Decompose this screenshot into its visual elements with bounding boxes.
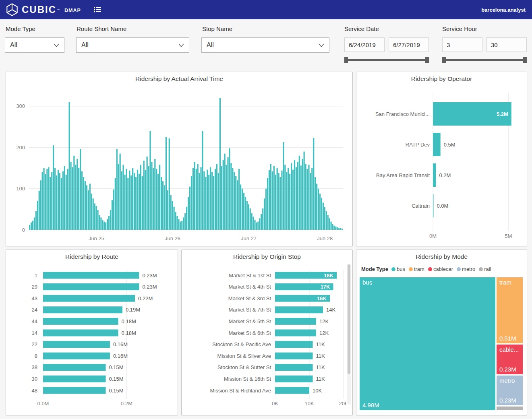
legend-dot <box>479 267 483 271</box>
svg-text:0.18M: 0.18M <box>122 318 136 324</box>
svg-text:43: 43 <box>32 295 37 301</box>
svg-text:30: 30 <box>32 376 37 382</box>
svg-text:5M: 5M <box>505 233 512 239</box>
legend-item-bus[interactable]: bus <box>391 266 405 272</box>
svg-text:0.2M: 0.2M <box>439 172 451 178</box>
service-hour-from-input[interactable] <box>442 37 482 52</box>
svg-text:29: 29 <box>32 284 37 290</box>
legend-item-rail[interactable]: rail <box>479 266 491 272</box>
origin-stop-chart[interactable]: 0K10K20KMarket St & 1st St18KMarket St &… <box>183 262 346 412</box>
card-ridership-by-mode: Ridership by Mode Mode Typebustramcablec… <box>356 250 527 415</box>
svg-text:12K: 12K <box>319 330 329 336</box>
svg-text:Mission St & 16th St: Mission St & 16th St <box>224 376 271 382</box>
svg-text:San Francisco Munici...: San Francisco Munici... <box>375 111 430 117</box>
legend-dot <box>409 267 413 271</box>
service-hour-slider[interactable] <box>442 57 527 63</box>
svg-text:0.2M: 0.2M <box>121 400 132 407</box>
stop-name-dropdown[interactable]: All <box>201 37 329 53</box>
service-date-slider-handle-left[interactable] <box>344 57 348 63</box>
svg-text:10K: 10K <box>313 388 322 394</box>
arrival-time-chart[interactable]: 0100200300Jun 25Jun 26Jun 27Jun 28 <box>9 84 349 244</box>
svg-text:24: 24 <box>32 307 37 313</box>
treemap-tile-cablecar[interactable]: cable...0.23M <box>497 345 523 374</box>
svg-text:100: 100 <box>16 186 25 192</box>
svg-text:0.19M: 0.19M <box>126 307 140 313</box>
svg-text:Jun 26: Jun 26 <box>165 235 180 241</box>
app-name: DMAP <box>64 8 81 13</box>
svg-text:0.15M: 0.15M <box>109 364 124 370</box>
svg-text:18K: 18K <box>324 272 333 279</box>
treemap-tile-tram[interactable]: tram0.51M <box>497 277 523 343</box>
svg-text:17K: 17K <box>321 284 330 290</box>
svg-text:Bay Area Rapid Transit: Bay Area Rapid Transit <box>376 172 430 178</box>
svg-text:38: 38 <box>32 364 37 370</box>
legend-dot <box>457 267 461 271</box>
svg-text:5.2M: 5.2M <box>497 111 508 117</box>
mode-treemap[interactable]: bus4.98Mtram0.51Mcable...0.23Mmetro0.23M <box>360 277 523 410</box>
svg-text:0.23M: 0.23M <box>142 272 157 279</box>
brand-text: CUBIC <box>22 4 56 15</box>
svg-text:0.16M: 0.16M <box>113 353 128 359</box>
mode-type-label: Mode Type <box>6 25 35 32</box>
svg-text:14: 14 <box>32 330 37 336</box>
treemap-tile-bus[interactable]: bus4.98M <box>360 277 495 410</box>
svg-text:16K: 16K <box>317 295 327 301</box>
mode-chart-title: Ridership by Mode <box>356 250 527 260</box>
card-ridership-by-origin-stop: Ridership by Origin Stop 0K10K20KMarket … <box>181 250 353 415</box>
svg-text:0.18M: 0.18M <box>122 330 136 336</box>
origin-stop-scrollbar[interactable] <box>347 264 351 405</box>
service-hour-to-input[interactable] <box>486 37 527 52</box>
svg-text:20K: 20K <box>339 400 346 407</box>
service-hour-slider-handle-left[interactable] <box>442 57 446 63</box>
card-ridership-by-arrival-time: Ridership by Actual Arrival Time 0100200… <box>6 72 353 246</box>
svg-text:0.22M: 0.22M <box>138 295 153 301</box>
svg-text:Market St & 3rd St: Market St & 3rd St <box>228 295 271 301</box>
card-ridership-by-route: Ridership by Route 0.0M0.2M10.23M290.23M… <box>6 250 178 415</box>
route-short-name-dropdown[interactable]: All <box>76 37 189 53</box>
route-chart[interactable]: 0.0M0.2M10.23M290.23M430.22M240.19M440.1… <box>8 262 175 412</box>
svg-text:0.15M: 0.15M <box>109 388 124 394</box>
operator-chart[interactable]: 0M5MSan Francisco Munici...5.2MRATP Dev0… <box>359 84 524 243</box>
stop-name-value: All <box>207 41 214 49</box>
svg-text:0.15M: 0.15M <box>109 376 124 382</box>
svg-text:Market St & 6th St: Market St & 6th St <box>229 330 271 336</box>
legend-dot <box>391 267 395 271</box>
svg-text:Market St & 7th St: Market St & 7th St <box>229 307 271 313</box>
menu-icon[interactable] <box>93 5 102 14</box>
card-ridership-by-operator: Ridership by Operator 0M5MSan Francisco … <box>356 72 527 246</box>
svg-text:Market St & 1st St: Market St & 1st St <box>229 272 271 279</box>
svg-text:Market St & 4th St: Market St & 4th St <box>229 284 271 290</box>
origin-stop-chart-title: Ridership by Origin Stop <box>182 250 352 260</box>
service-hour-slider-handle-right[interactable] <box>523 57 527 63</box>
brand-trademark: ™ <box>57 8 60 11</box>
svg-text:Jun 27: Jun 27 <box>241 235 257 241</box>
svg-text:Jun 28: Jun 28 <box>317 235 333 241</box>
service-date-slider-handle-right[interactable] <box>425 57 429 63</box>
treemap-tile-metro[interactable]: metro0.23M <box>497 376 523 405</box>
svg-text:8: 8 <box>35 353 37 359</box>
service-date-to-input[interactable] <box>389 37 429 52</box>
cubic-logo-icon <box>6 3 19 16</box>
route-short-name-label: Route Short Name <box>77 25 126 32</box>
route-short-name-value: All <box>81 41 89 49</box>
mode-type-dropdown[interactable]: All <box>5 37 64 53</box>
legend-item-tram[interactable]: tram <box>409 266 424 272</box>
svg-text:11K: 11K <box>316 341 325 347</box>
scrollbar-thumb[interactable] <box>348 264 350 374</box>
mode-type-value: All <box>10 41 17 49</box>
svg-text:11K: 11K <box>316 353 325 359</box>
slider-range <box>346 59 427 61</box>
svg-text:0.0M: 0.0M <box>37 400 49 407</box>
svg-text:0.16M: 0.16M <box>113 341 128 347</box>
svg-text:0M: 0M <box>429 233 437 239</box>
svg-text:11K: 11K <box>316 364 325 370</box>
svg-text:11K: 11K <box>316 376 325 382</box>
treemap-tile-rail[interactable] <box>497 407 523 410</box>
svg-text:Market St & 5th St: Market St & 5th St <box>229 318 271 324</box>
legend-item-metro[interactable]: metro <box>457 266 475 272</box>
user-account[interactable]: barcelona.analyst <box>481 7 526 13</box>
legend-item-cablecar[interactable]: cablecar <box>428 266 453 272</box>
service-date-slider[interactable] <box>344 57 429 63</box>
service-date-from-input[interactable] <box>344 37 385 52</box>
svg-text:12K: 12K <box>319 318 329 324</box>
